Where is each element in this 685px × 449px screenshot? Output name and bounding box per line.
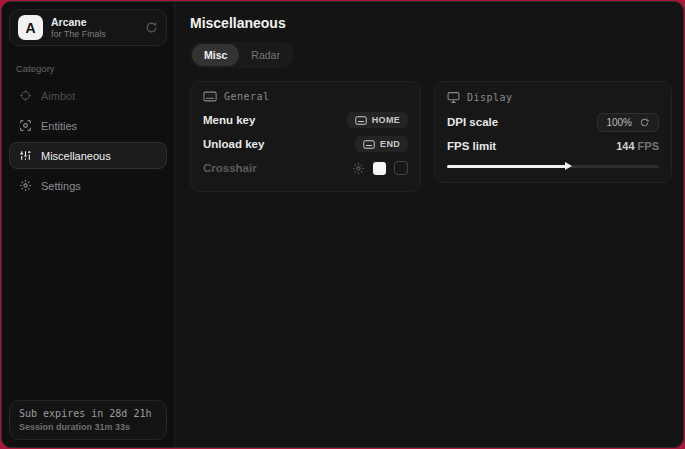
- menu-key-binding[interactable]: HOME: [347, 112, 408, 128]
- sidebar-item-label: Entities: [41, 120, 77, 132]
- display-card-header: Display: [447, 91, 659, 104]
- page-title: Miscellaneous: [190, 15, 672, 31]
- keyboard-icon: [203, 91, 217, 102]
- crosshair-controls: [352, 161, 408, 175]
- sidebar-spacer: [2, 203, 174, 393]
- general-card: General Menu key HOME: [190, 81, 421, 192]
- app-logo: A: [18, 15, 43, 40]
- sub-expiry-text: Sub expires in 28d 21h: [19, 408, 157, 419]
- sidebar-item-miscellaneous[interactable]: Miscellaneous: [9, 142, 167, 169]
- keycap-icon: [363, 140, 375, 149]
- monitor-icon: [447, 91, 460, 104]
- scan-icon: [18, 119, 32, 132]
- card-title: General: [224, 91, 270, 102]
- sidebar-item-label: Miscellaneous: [41, 150, 111, 162]
- sidebar: A Arcane for The Finals Category: [2, 2, 175, 447]
- sidebar-item-aimbot[interactable]: Aimbot: [9, 82, 167, 109]
- refresh-icon[interactable]: [145, 21, 158, 34]
- menu-key-value: HOME: [372, 115, 400, 125]
- dpi-scale-row: DPI scale 100%: [447, 110, 659, 134]
- sidebar-item-settings[interactable]: Settings: [9, 172, 167, 199]
- fps-unit: FPS: [635, 140, 659, 152]
- crosshair-icon: [18, 89, 32, 102]
- app-name: Arcane: [51, 16, 137, 28]
- category-label: Category: [16, 63, 160, 74]
- menu-key-label: Menu key: [203, 114, 255, 126]
- dpi-scale-stepper[interactable]: 100%: [597, 113, 659, 132]
- app-subtitle: for The Finals: [51, 29, 137, 39]
- dpi-scale-label: DPI scale: [447, 116, 498, 128]
- sidebar-nav: Aimbot Entities Miscel: [2, 78, 174, 203]
- crosshair-label: Crosshair: [203, 162, 257, 174]
- display-card: Display DPI scale 100% FPS limit: [434, 81, 672, 183]
- dpi-scale-value: 100%: [606, 117, 632, 128]
- crosshair-checkbox[interactable]: [394, 161, 408, 175]
- fps-limit-row: FPS limit 144 FPS: [447, 134, 659, 158]
- slider-thumb[interactable]: [565, 162, 572, 170]
- fps-limit-value: 144 FPS: [616, 140, 659, 152]
- crosshair-settings-gear-icon[interactable]: [352, 162, 365, 175]
- crosshair-row: Crosshair: [203, 156, 408, 180]
- settings-cards: General Menu key HOME: [190, 81, 672, 192]
- session-duration-text: Session duration 31m 33s: [19, 422, 157, 432]
- fps-number: 144: [616, 140, 634, 152]
- sidebar-item-entities[interactable]: Entities: [9, 112, 167, 139]
- general-card-header: General: [203, 91, 408, 102]
- sidebar-item-label: Aimbot: [41, 90, 75, 102]
- tab-bar: Misc Radar: [190, 42, 294, 68]
- card-title: Display: [467, 92, 513, 103]
- menu-key-row: Menu key HOME: [203, 108, 408, 132]
- crosshair-color-swatch[interactable]: [373, 162, 386, 175]
- cycle-icon: [639, 117, 650, 128]
- app-header-card: A Arcane for The Finals: [9, 9, 167, 46]
- unload-key-value: END: [380, 139, 400, 149]
- fps-limit-slider[interactable]: [447, 161, 659, 171]
- app-window: A Arcane for The Finals Category: [1, 1, 684, 448]
- unload-key-row: Unload key END: [203, 132, 408, 156]
- fps-limit-label: FPS limit: [447, 140, 496, 152]
- tab-misc[interactable]: Misc: [192, 44, 239, 66]
- tab-radar[interactable]: Radar: [239, 44, 292, 66]
- app-text: Arcane for The Finals: [51, 16, 137, 39]
- unload-key-binding[interactable]: END: [355, 136, 408, 152]
- subscription-info-card: Sub expires in 28d 21h Session duration …: [9, 400, 167, 440]
- main-content: Miscellaneous Misc Radar General: [175, 2, 684, 447]
- sliders-icon: [18, 149, 32, 162]
- sidebar-item-label: Settings: [41, 180, 81, 192]
- slider-fill: [447, 165, 566, 168]
- unload-key-label: Unload key: [203, 138, 264, 150]
- gear-icon: [18, 179, 32, 192]
- keycap-icon: [355, 116, 367, 125]
